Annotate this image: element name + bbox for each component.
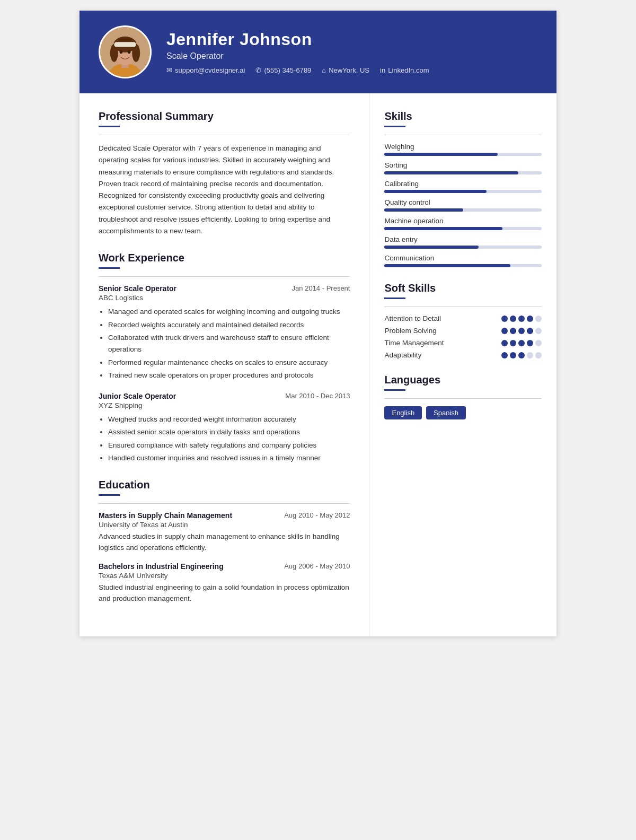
job-date-2: Mar 2010 - Dec 2013 (285, 392, 350, 400)
skills-hr (384, 135, 542, 135)
soft-skills-list: Attention to DetailProblem SolvingTime M… (384, 314, 542, 359)
location-icon: ⌂ (322, 66, 326, 74)
linkedin-contact: in LinkedIn.com (380, 66, 429, 74)
skill-bar-fill (384, 227, 502, 230)
edu-school-1: University of Texas at Austin (99, 521, 350, 529)
location-contact: ⌂ NewYork, US (322, 66, 369, 74)
bullet-item: Performed regular maintenance checks on … (108, 357, 350, 369)
email-contact: ✉ support@cvdesigner.ai (166, 66, 245, 74)
language-tag: English (384, 406, 422, 419)
job-date-1: Jan 2014 - Present (292, 284, 350, 292)
header-section: Jennifer Johnson Scale Operator ✉ suppor… (80, 11, 556, 93)
skill-bar-fill (384, 190, 487, 193)
right-column: Skills Weighing Sorting Calibrating Qual… (369, 93, 556, 636)
education-hr (99, 503, 350, 504)
dots (501, 328, 542, 334)
skills-list: Weighing Sorting Calibrating Quality con… (384, 143, 542, 267)
header-info: Jennifer Johnson Scale Operator ✉ suppor… (166, 30, 429, 74)
lang-tags: EnglishSpanish (384, 406, 542, 419)
dot (535, 352, 542, 358)
skill-name: Weighing (384, 143, 542, 151)
bullet-item: Assisted senior scale operators in daily… (108, 426, 350, 438)
languages-title: Languages (384, 374, 542, 386)
summary-hr (99, 135, 350, 135)
soft-skill-item: Time Management (384, 339, 542, 347)
skill-bar-fill (384, 153, 498, 156)
soft-skills-hr (384, 307, 542, 307)
svg-point-7 (120, 50, 123, 54)
job-header-2: Junior Scale Operator Mar 2010 - Dec 201… (99, 392, 350, 400)
job-title-2: Junior Scale Operator (99, 392, 176, 400)
dot (535, 328, 542, 334)
summary-text: Dedicated Scale Operator with 7 years of… (99, 143, 350, 237)
left-column: Professional Summary Dedicated Scale Ope… (80, 93, 369, 636)
edu-item-2: Bachelors in Industrial Engineering Aug … (99, 562, 350, 605)
svg-rect-9 (114, 42, 136, 47)
skills-section: Skills Weighing Sorting Calibrating Qual… (384, 110, 542, 267)
languages-divider (384, 389, 405, 391)
edu-date-1: Aug 2010 - May 2012 (284, 511, 350, 519)
skill-bar-bg (384, 246, 542, 249)
avatar (99, 25, 152, 78)
skill-bar-fill (384, 171, 518, 174)
edu-header-2: Bachelors in Industrial Engineering Aug … (99, 562, 350, 571)
dots (501, 316, 542, 322)
skill-item: Calibrating (384, 180, 542, 193)
skill-bar-bg (384, 171, 542, 174)
soft-skills-divider (384, 298, 405, 299)
edu-school-2: Texas A&M University (99, 572, 350, 580)
languages-hr (384, 398, 542, 399)
edu-date-2: Aug 2006 - May 2010 (284, 562, 350, 570)
job-company-1: ABC Logistics (99, 294, 350, 302)
dots (501, 352, 542, 358)
dot (527, 328, 533, 334)
soft-skill-item: Problem Solving (384, 327, 542, 335)
languages-section: Languages EnglishSpanish (384, 374, 542, 419)
dot (527, 316, 533, 322)
skill-name: Calibrating (384, 180, 542, 188)
skill-bar-fill (384, 246, 479, 249)
dot (518, 340, 525, 346)
skill-name: Sorting (384, 161, 542, 169)
bullet-item: Managed and operated scales for weighing… (108, 306, 350, 318)
dot (501, 328, 508, 334)
skill-bar-bg (384, 227, 542, 230)
skills-title: Skills (384, 110, 542, 122)
skill-bar-fill (384, 208, 463, 212)
email-icon: ✉ (166, 66, 172, 74)
skill-name: Machine operation (384, 217, 542, 225)
dot (510, 352, 516, 358)
soft-skills-section: Soft Skills Attention to DetailProblem S… (384, 282, 542, 359)
skill-bar-bg (384, 190, 542, 193)
linkedin-icon: in (380, 66, 385, 74)
dot (518, 316, 525, 322)
work-experience-hr (99, 276, 350, 277)
dot (527, 352, 533, 358)
job-title-1: Senior Scale Operator (99, 284, 176, 293)
svg-point-8 (128, 50, 131, 54)
edu-degree-1: Masters in Supply Chain Management (99, 511, 232, 520)
dots (501, 340, 542, 346)
candidate-name: Jennifer Johnson (166, 30, 429, 49)
soft-skill-name: Attention to Detail (384, 314, 441, 322)
skill-bar-bg (384, 208, 542, 212)
bullet-item: Weighed trucks and recorded weight infor… (108, 414, 350, 425)
bullet-item: Collaborated with truck drivers and ware… (108, 332, 350, 355)
skill-item: Machine operation (384, 217, 542, 230)
skill-item: Data entry (384, 235, 542, 249)
edu-desc-1: Advanced studies in supply chain managem… (99, 531, 350, 554)
candidate-title: Scale Operator (166, 51, 429, 61)
header-contacts: ✉ support@cvdesigner.ai ✆ (555) 345-6789… (166, 66, 429, 74)
edu-degree-2: Bachelors in Industrial Engineering (99, 562, 224, 571)
soft-skill-name: Time Management (384, 339, 444, 347)
skill-bar-fill (384, 264, 510, 267)
dot (501, 340, 508, 346)
dot (535, 340, 542, 346)
phone-contact: ✆ (555) 345-6789 (255, 66, 311, 74)
education-section: Education Masters in Supply Chain Manage… (99, 479, 350, 605)
phone-icon: ✆ (255, 66, 261, 74)
skill-item: Quality control (384, 198, 542, 212)
dot (501, 352, 508, 358)
skill-item: Sorting (384, 161, 542, 174)
body: Professional Summary Dedicated Scale Ope… (80, 93, 556, 636)
